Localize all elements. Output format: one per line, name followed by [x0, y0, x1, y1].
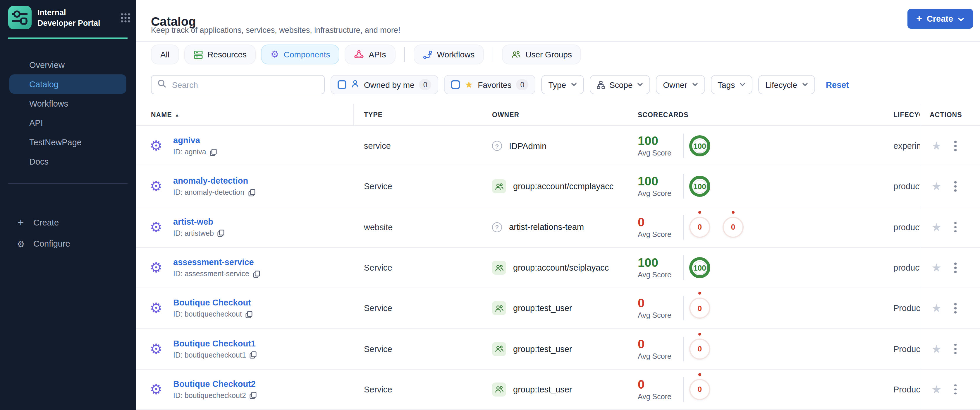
component-gear-icon: ⚙ [150, 342, 162, 356]
scorecard-divider [683, 337, 684, 361]
scorecard-badge-value: 100 [689, 176, 710, 197]
alert-dot-icon [698, 332, 701, 335]
apps-grid-icon[interactable] [120, 12, 131, 26]
component-gear-icon: ⚙ [150, 139, 162, 153]
copy-icon[interactable] [250, 351, 257, 359]
table-header: NAME▲ TYPE OWNER SCORECARDS LIFECYCLE AC… [136, 104, 980, 126]
tabs: AllResources⚙ComponentsAPIsWorkflowsUser… [151, 45, 581, 64]
filter-lifecycle[interactable]: Lifecycle [758, 75, 815, 94]
entity-name-link[interactable]: assessment-service [173, 257, 260, 267]
tab-components[interactable]: ⚙Components [261, 45, 339, 64]
favorite-star-icon[interactable]: ★ [931, 262, 941, 273]
favorites-filter[interactable]: ★ Favorites 0 [444, 75, 536, 94]
scorecard-badge[interactable]: 0 [689, 298, 710, 319]
entity-name-link[interactable]: anomaly-detection [173, 176, 255, 186]
filter-owner[interactable]: Owner [656, 75, 705, 94]
row-menu-kebab-icon[interactable] [952, 139, 959, 153]
component-gear-icon: ⚙ [150, 180, 162, 193]
favorite-star-icon[interactable]: ★ [931, 222, 941, 233]
search-input[interactable] [171, 79, 318, 90]
alert-dot-icon [698, 211, 701, 214]
owned-by-me-filter[interactable]: Owned by me 0 [331, 75, 439, 94]
entity-id: ID: artistweb [173, 229, 225, 237]
name-block: agnivaID: agniva [173, 136, 217, 156]
row-menu-kebab-icon[interactable] [952, 301, 959, 316]
avg-score-label: Avg Score [638, 149, 682, 157]
favorite-star-icon[interactable]: ★ [931, 181, 941, 192]
owned-by-me-checkbox[interactable] [337, 80, 346, 89]
sidebar-item-api[interactable]: API [0, 113, 136, 132]
row-menu-kebab-icon[interactable] [952, 382, 959, 397]
column-header-lifecycle[interactable]: LIFECYCLE [893, 111, 920, 118]
copy-icon[interactable] [248, 189, 255, 196]
row-menu-kebab-icon[interactable] [952, 179, 959, 194]
copy-icon[interactable] [253, 270, 260, 278]
column-header-type[interactable]: TYPE [364, 111, 383, 118]
filter-scope[interactable]: Scope [589, 75, 650, 94]
favorites-checkbox[interactable] [451, 80, 460, 89]
tab-separator [493, 47, 493, 62]
favorite-star-icon[interactable]: ★ [931, 140, 941, 152]
scorecard-badge[interactable]: 0 [689, 217, 710, 238]
plus-icon: + [16, 217, 26, 229]
filter-tags[interactable]: Tags [711, 75, 752, 94]
scorecard-badge[interactable]: 100 [689, 176, 710, 197]
row-menu-kebab-icon[interactable] [952, 260, 959, 275]
search-box[interactable] [151, 75, 325, 94]
tab-separator [404, 47, 405, 62]
user-groups-icon [511, 50, 521, 59]
entity-id-label: ID: anomaly-detection [173, 188, 244, 197]
scorecard-badge-value: 0 [722, 217, 744, 238]
scorecard-badge[interactable]: 100 [689, 257, 710, 278]
entity-name-link[interactable]: Boutique Checkout [173, 298, 253, 308]
entity-name-link[interactable]: agniva [173, 136, 217, 145]
row-menu-kebab-icon[interactable] [952, 220, 959, 235]
avg-score-label: Avg Score [638, 352, 682, 360]
tab-apis[interactable]: APIs [345, 45, 395, 64]
entity-name-link[interactable]: Boutique Checkout2 [173, 379, 257, 389]
sidebar-item-configure[interactable]: ⚙ Configure [0, 233, 136, 254]
group-icon [492, 302, 506, 316]
component-gear-icon: ⚙ [150, 302, 162, 316]
favorite-star-icon[interactable]: ★ [931, 343, 941, 354]
column-header-scorecards[interactable]: SCORECARDS [638, 111, 689, 118]
copy-icon[interactable] [217, 229, 225, 237]
reset-filters-link[interactable]: Reset [826, 80, 849, 89]
column-header-owner[interactable]: OWNER [492, 111, 519, 118]
entity-name-link[interactable]: artist-web [173, 217, 225, 226]
filter-type[interactable]: Type [541, 75, 584, 94]
scorecard-badges: 100 [689, 176, 710, 197]
scorecard-badge[interactable]: 0 [689, 379, 710, 400]
create-button[interactable]: + Create [907, 9, 973, 29]
entity-lifecycle: production [893, 222, 920, 232]
sidebar-item-overview[interactable]: Overview [0, 55, 136, 74]
column-header-name[interactable]: NAME▲ [151, 111, 180, 118]
sidebar-item-workflows[interactable]: Workflows [0, 94, 136, 113]
sidebar-item-catalog[interactable]: Catalog [10, 74, 126, 94]
entity-name-link[interactable]: Boutique Checkout1 [173, 338, 257, 348]
group-icon [492, 261, 506, 275]
avg-score-label: Avg Score [638, 230, 682, 238]
favorite-star-icon[interactable]: ★ [931, 384, 941, 395]
scorecard-badge[interactable]: 0 [689, 338, 710, 359]
copy-icon[interactable] [250, 392, 257, 399]
tab-user-groups[interactable]: User Groups [502, 45, 581, 64]
header-divider [136, 41, 980, 41]
tab-resources[interactable]: Resources [184, 45, 256, 64]
search-icon [158, 79, 166, 90]
scorecard-badge[interactable]: 0 [722, 217, 744, 238]
favorite-star-icon[interactable]: ★ [931, 303, 941, 314]
entity-owner: group:test_user [492, 302, 572, 316]
tab-workflows[interactable]: Workflows [414, 45, 484, 64]
copy-icon[interactable] [245, 311, 253, 318]
plus-icon: + [916, 13, 922, 25]
copy-icon[interactable] [210, 148, 217, 156]
scorecard-badge[interactable]: 100 [689, 135, 710, 156]
avg-score-label: Avg Score [638, 271, 682, 279]
tab-all[interactable]: All [151, 45, 179, 64]
sidebar-item-testnewpage[interactable]: TestNewPage [0, 132, 136, 152]
row-menu-kebab-icon[interactable] [952, 341, 959, 356]
sidebar-item-create[interactable]: + Create [0, 212, 136, 233]
sidebar-item-docs[interactable]: Docs [0, 152, 136, 171]
entity-id-label: ID: assessment-service [173, 270, 249, 278]
